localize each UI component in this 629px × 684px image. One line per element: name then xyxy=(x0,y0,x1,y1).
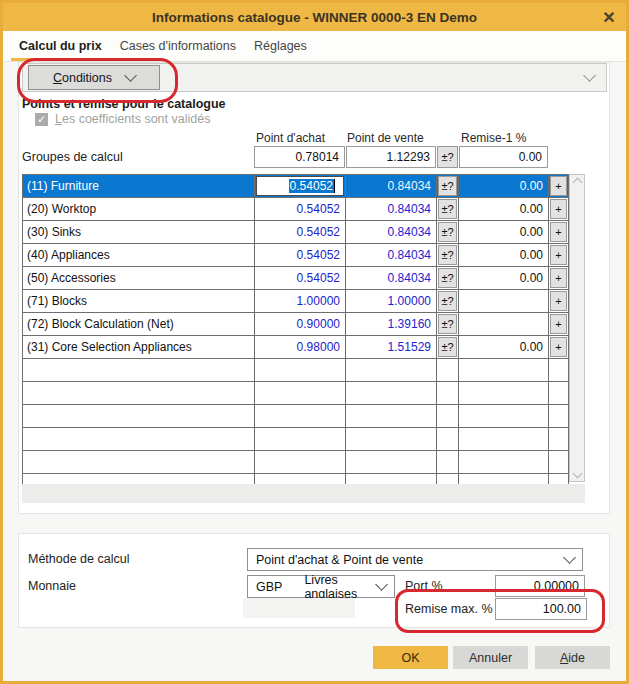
port-input[interactable]: 0.00000 xyxy=(495,575,585,597)
row-name-cell: (50) Accessories xyxy=(23,267,255,289)
vente-value-cell[interactable]: 1.51529 xyxy=(346,336,437,358)
tab-cases-informations[interactable]: Cases d'informations xyxy=(111,31,245,61)
plus-minus-percent-button[interactable]: ±? xyxy=(438,199,457,219)
achat-value-cell[interactable]: 0.54052 xyxy=(255,221,346,243)
table-row-empty xyxy=(23,382,568,405)
calc-groups-table: (11) Furniture0.540520.84034±?0.00+(20) … xyxy=(22,174,569,497)
plus-minus-percent-button[interactable]: ±? xyxy=(438,222,457,242)
table-row[interactable]: (11) Furniture0.540520.84034±?0.00+ xyxy=(23,175,568,198)
close-icon[interactable]: ✕ xyxy=(599,7,619,27)
title-bar[interactable]: Informations catalogue - WINNER 0000-3 E… xyxy=(3,3,626,31)
achat-value-cell[interactable]: 0.98000 xyxy=(255,336,346,358)
port-label: Port % xyxy=(405,579,443,593)
row-name-cell: (40) Appliances xyxy=(23,244,255,266)
table-row[interactable]: (20) Worktop0.540520.84034±?0.00+ xyxy=(23,198,568,221)
vente-value-cell[interactable]: 1.00000 xyxy=(346,290,437,312)
row-name-cell: (72) Block Calculation (Net) xyxy=(23,313,255,335)
vente-value-cell[interactable]: 0.84034 xyxy=(346,221,437,243)
cancel-button[interactable]: Annuler xyxy=(453,646,528,669)
vertical-scrollbar[interactable] xyxy=(569,174,585,482)
remise-value-cell[interactable]: 0.00 xyxy=(459,336,549,358)
plus-minus-percent-button[interactable]: ±? xyxy=(438,245,457,265)
table-row-empty xyxy=(23,359,568,382)
checkbox-label: Les coefficients sont validés xyxy=(55,112,210,126)
groups-plus-minus-percent-button[interactable]: ±? xyxy=(437,146,458,168)
table-row[interactable]: (71) Blocks1.000001.00000±?+ xyxy=(23,290,568,313)
catalog-information-dialog: Informations catalogue - WINNER 0000-3 E… xyxy=(0,0,629,684)
vente-value-cell[interactable]: 1.39160 xyxy=(346,313,437,335)
plus-minus-percent-button[interactable]: ±? xyxy=(438,314,457,334)
plus-minus-percent-button[interactable]: ±? xyxy=(438,337,457,357)
coefficients-validated-checkbox[interactable]: ✓ Les coefficients sont validés xyxy=(35,112,210,126)
remise-max-input[interactable]: 100.00 xyxy=(495,598,587,620)
remise-value-cell[interactable] xyxy=(459,313,549,335)
achat-value-cell[interactable]: 0.54052 xyxy=(255,244,346,266)
price-table-rows: (11) Furniture0.540520.84034±?0.00+(20) … xyxy=(23,175,568,496)
groups-remise-input[interactable]: 0.00 xyxy=(459,146,548,168)
plus-minus-percent-button[interactable]: ±? xyxy=(438,176,457,196)
scroll-up-icon[interactable] xyxy=(572,178,582,188)
remise-value-cell[interactable]: 0.00 xyxy=(459,267,549,289)
row-name-cell: (71) Blocks xyxy=(23,290,255,312)
table-row[interactable]: (50) Accessories0.540520.84034±?0.00+ xyxy=(23,267,568,290)
add-remise-button[interactable]: + xyxy=(550,314,567,334)
add-remise-button[interactable]: + xyxy=(550,291,567,311)
row-name-cell: (31) Core Selection Appliances xyxy=(23,336,255,358)
table-row-empty xyxy=(23,428,568,451)
add-remise-button[interactable]: + xyxy=(550,245,567,265)
vente-value-cell[interactable]: 0.84034 xyxy=(346,244,437,266)
currency-dropdown[interactable]: GBP Livres anglaises xyxy=(247,575,395,598)
remise-value-cell[interactable] xyxy=(459,290,549,312)
vente-value-cell[interactable]: 0.84034 xyxy=(346,267,437,289)
text-caret xyxy=(334,179,335,193)
add-remise-button[interactable]: + xyxy=(550,222,567,242)
groups-vente-input[interactable]: 1.12293 xyxy=(346,146,436,168)
achat-value-cell[interactable]: 1.00000 xyxy=(255,290,346,312)
remise-value-cell[interactable]: 0.00 xyxy=(459,198,549,220)
column-header-point-vente: Point de vente xyxy=(347,131,424,145)
tab-calcul-du-prix[interactable]: Calcul du prix xyxy=(10,31,111,61)
checkbox-check-icon: ✓ xyxy=(35,113,48,126)
table-row[interactable]: (72) Block Calculation (Net)0.900001.391… xyxy=(23,313,568,336)
table-row[interactable]: (30) Sinks0.540520.84034±?0.00+ xyxy=(23,221,568,244)
dialog-title: Informations catalogue - WINNER 0000-3 E… xyxy=(152,10,477,25)
help-button[interactable]: Aide xyxy=(535,646,610,669)
horizontal-scrollbar-track[interactable] xyxy=(22,484,585,503)
scroll-down-icon[interactable] xyxy=(572,469,582,479)
achat-value-cell[interactable]: 0.90000 xyxy=(255,313,346,335)
achat-edit-input[interactable]: 0.54052 xyxy=(256,176,344,196)
add-remise-button[interactable]: + xyxy=(550,268,567,288)
methode-dropdown[interactable]: Point d'achat & Point de vente xyxy=(247,548,583,571)
remise-value-cell[interactable]: 0.00 xyxy=(459,221,549,243)
remise-value-cell[interactable]: 0.00 xyxy=(459,175,549,197)
row-name-cell: (11) Furniture xyxy=(23,175,255,197)
add-remise-button[interactable]: + xyxy=(550,199,567,219)
achat-value-cell[interactable]: 0.54052 xyxy=(255,267,346,289)
currency-code: GBP xyxy=(256,580,282,594)
column-header-remise: Remise-1 % xyxy=(461,131,526,145)
table-row[interactable]: (31) Core Selection Appliances0.980001.5… xyxy=(23,336,568,359)
vente-value-cell[interactable]: 0.84034 xyxy=(346,198,437,220)
remise-value-cell[interactable]: 0.00 xyxy=(459,244,549,266)
vente-value-cell[interactable]: 0.84034 xyxy=(346,175,437,197)
conditions-button-label: Conditions xyxy=(53,71,112,85)
plus-minus-percent-button[interactable]: ±? xyxy=(438,268,457,288)
methode-label: Méthode de calcul xyxy=(28,552,129,566)
add-remise-button[interactable]: + xyxy=(550,176,567,196)
chevron-down-icon xyxy=(583,69,596,82)
methode-value: Point d'achat & Point de vente xyxy=(256,553,423,567)
conditions-button[interactable]: Conditions xyxy=(28,65,160,90)
tab-reglages[interactable]: Réglages xyxy=(245,31,316,61)
add-remise-button[interactable]: + xyxy=(550,337,567,357)
groups-achat-input[interactable]: 0.78014 xyxy=(254,146,345,168)
groups-row-label: Groupes de calcul xyxy=(22,150,123,164)
row-name-cell: (30) Sinks xyxy=(23,221,255,243)
remise-max-label: Remise max. % xyxy=(405,602,493,616)
ok-button[interactable]: OK xyxy=(373,646,448,669)
table-row[interactable]: (40) Appliances0.540520.84034±?0.00+ xyxy=(23,244,568,267)
achat-value-cell[interactable]: 0.54052 xyxy=(255,198,346,220)
chevron-down-icon xyxy=(124,69,137,82)
monnaie-label: Monnaie xyxy=(28,579,76,593)
row-name-cell: (20) Worktop xyxy=(23,198,255,220)
plus-minus-percent-button[interactable]: ±? xyxy=(438,291,457,311)
